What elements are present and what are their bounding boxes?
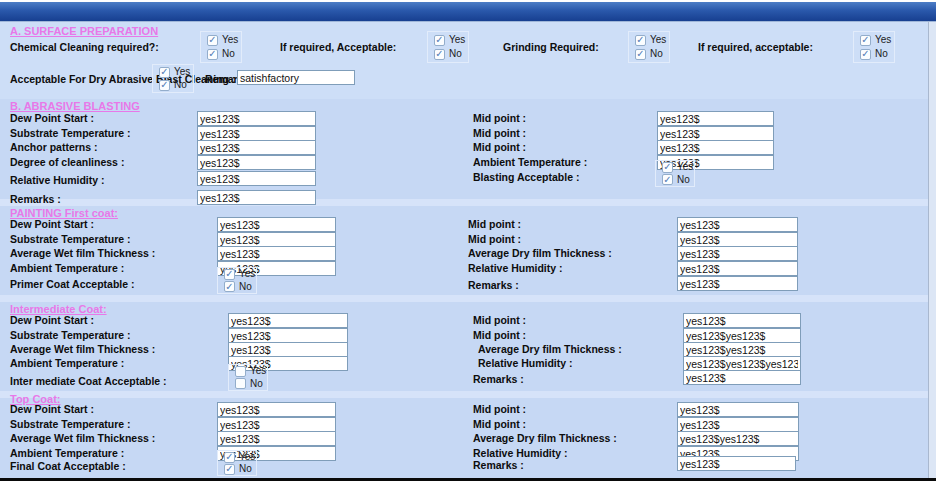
anchor-patterns-label: Anchor patterns : bbox=[10, 141, 98, 154]
top-coat-remarks-input[interactable] bbox=[677, 456, 796, 471]
yes-label: Yes bbox=[239, 268, 255, 280]
section-separator bbox=[0, 295, 929, 302]
blasting-acceptable-label: Blasting Acceptable : bbox=[473, 171, 579, 184]
no-label: No bbox=[174, 79, 187, 91]
no-checkbox[interactable] bbox=[635, 49, 646, 60]
substrate-temperature-input[interactable] bbox=[217, 232, 336, 247]
average-wet-film-thickness-input[interactable] bbox=[217, 431, 336, 446]
average-dry-film-thickness-input[interactable] bbox=[677, 431, 799, 446]
yes-label: Yes bbox=[677, 161, 693, 173]
yes-checkbox[interactable] bbox=[860, 35, 871, 46]
no-label: No bbox=[239, 463, 252, 475]
average-dry-film-thickness-input[interactable] bbox=[677, 246, 798, 261]
section-header-abrasive-blasting: B. ABRASIVE BLASTING bbox=[10, 100, 140, 112]
average-dry-film-thickness-label: Average Dry film Thickness : bbox=[473, 432, 617, 445]
no-checkbox[interactable] bbox=[207, 49, 218, 60]
primer-coat-acceptable-label: Primer Coat Acceptable : bbox=[10, 278, 134, 291]
average-wet-film-thickness-label: Average Wet film Thickness : bbox=[10, 247, 155, 260]
first-coat-remarks-input[interactable] bbox=[677, 276, 798, 291]
substrate-temperature-input[interactable] bbox=[197, 126, 316, 141]
no-label: No bbox=[677, 174, 690, 186]
no-checkbox[interactable] bbox=[235, 378, 246, 389]
section-separator bbox=[0, 391, 929, 398]
no-checkbox[interactable] bbox=[224, 281, 235, 292]
remarks-label: Remarks : bbox=[10, 193, 61, 206]
no-label: No bbox=[650, 48, 663, 60]
no-label: No bbox=[875, 48, 888, 60]
no-checkbox[interactable] bbox=[662, 174, 673, 185]
mid-point-input[interactable] bbox=[677, 232, 798, 247]
yes-label: Yes bbox=[875, 34, 891, 46]
inspection-form-page: A. SURFACE PREPARATION Chemical Cleaning… bbox=[0, 0, 936, 481]
mid-point-input[interactable] bbox=[677, 217, 798, 232]
dry-abrasive-blast-cleaning-label: Acceptable For Dry Abrasive Blast Cleani… bbox=[10, 73, 235, 86]
final-coat-acceptable-label: Final Coat Acceptable : bbox=[10, 460, 126, 473]
yes-label: Yes bbox=[222, 34, 238, 46]
average-wet-film-thickness-input[interactable] bbox=[217, 246, 336, 261]
mid-point-label: Mid point : bbox=[468, 233, 521, 246]
if-required-acceptable2-label: If required, acceptable: bbox=[698, 41, 813, 54]
ambient-temperature-label: Ambient Temperature : bbox=[473, 156, 587, 169]
mid-point-input[interactable] bbox=[683, 313, 801, 328]
yes-checkbox[interactable] bbox=[224, 452, 235, 463]
yes-checkbox[interactable] bbox=[235, 366, 246, 377]
surface-remarks-input[interactable] bbox=[237, 70, 355, 85]
intermediate-remarks-input[interactable] bbox=[683, 370, 801, 385]
substrate-temperature-input[interactable] bbox=[228, 328, 348, 343]
dew-point-start-label: Dew Point Start : bbox=[10, 314, 94, 327]
mid-point-label: Mid point : bbox=[473, 314, 526, 327]
dew-point-start-input[interactable] bbox=[217, 217, 336, 232]
dry-abrasive-yesno-group: Yes No bbox=[152, 64, 194, 93]
blasting-remarks-input[interactable] bbox=[197, 190, 316, 205]
average-dry-film-thickness-input[interactable] bbox=[683, 342, 801, 357]
dew-point-start-label: Dew Point Start : bbox=[10, 218, 94, 231]
no-checkbox[interactable] bbox=[224, 464, 235, 475]
yes-checkbox[interactable] bbox=[635, 35, 646, 46]
dew-point-start-label: Dew Point Start : bbox=[10, 112, 94, 125]
grinding-required-yesno-group: Yes No bbox=[628, 31, 670, 63]
substrate-temperature-label: Substrate Temperature : bbox=[10, 329, 131, 342]
yes-checkbox[interactable] bbox=[159, 67, 170, 78]
substrate-temperature-input[interactable] bbox=[217, 417, 336, 432]
yes-checkbox[interactable] bbox=[434, 35, 445, 46]
anchor-patterns-input[interactable] bbox=[197, 140, 316, 155]
ambient-temperature-label: Ambient Temperature : bbox=[10, 262, 124, 275]
mid-point-input[interactable] bbox=[657, 126, 774, 141]
degree-of-cleanliness-label: Degree of cleanliness : bbox=[10, 156, 124, 169]
if-required-acceptable2-yesno-group: Yes No bbox=[853, 31, 895, 63]
mid-point-input[interactable] bbox=[683, 328, 801, 343]
mid-point-input[interactable] bbox=[677, 402, 799, 417]
relative-humidity-input[interactable] bbox=[197, 171, 316, 186]
no-checkbox[interactable] bbox=[860, 49, 871, 60]
dew-point-start-input[interactable] bbox=[228, 313, 348, 328]
mid-point-label: Mid point : bbox=[473, 418, 526, 431]
intermediate-coat-acceptable-yesno-group: Yes No bbox=[228, 364, 268, 391]
yes-checkbox[interactable] bbox=[207, 35, 218, 46]
mid-point-input[interactable] bbox=[657, 111, 774, 126]
average-wet-film-thickness-input[interactable] bbox=[228, 342, 348, 357]
yes-checkbox[interactable] bbox=[224, 269, 235, 280]
dew-point-start-input[interactable] bbox=[197, 111, 316, 126]
mid-point-label: Mid point : bbox=[473, 329, 526, 342]
section-separator bbox=[0, 199, 929, 206]
no-label: No bbox=[222, 48, 235, 60]
no-checkbox[interactable] bbox=[159, 80, 170, 91]
ambient-temperature-label: Ambient Temperature : bbox=[10, 447, 124, 460]
relative-humidity-input[interactable] bbox=[683, 356, 801, 371]
relative-humidity-input[interactable] bbox=[677, 261, 798, 276]
remarks-label: Remarks : bbox=[473, 459, 524, 472]
intermediate-coat-acceptable-label: Inter mediate Coat Acceptable : bbox=[10, 375, 167, 388]
chemical-cleaning-yesno-group: Yes No bbox=[200, 31, 242, 63]
ambient-temperature-label: Ambient Temperature : bbox=[10, 357, 124, 370]
no-checkbox[interactable] bbox=[434, 49, 445, 60]
mid-point-input[interactable] bbox=[677, 417, 799, 432]
yes-checkbox[interactable] bbox=[662, 162, 673, 173]
substrate-temperature-label: Substrate Temperature : bbox=[10, 127, 131, 140]
degree-of-cleanliness-input[interactable] bbox=[197, 155, 316, 170]
dew-point-start-input[interactable] bbox=[217, 402, 336, 417]
chemical-cleaning-required-label: Chemical Cleaning required?: bbox=[10, 41, 159, 54]
section-header-surface-preparation: A. SURFACE PREPARATION bbox=[10, 25, 158, 37]
relative-humidity-label: Relative Humidity : bbox=[468, 262, 563, 275]
mid-point-input[interactable] bbox=[657, 140, 774, 155]
final-coat-acceptable-yesno-group: Yes No bbox=[217, 450, 257, 476]
